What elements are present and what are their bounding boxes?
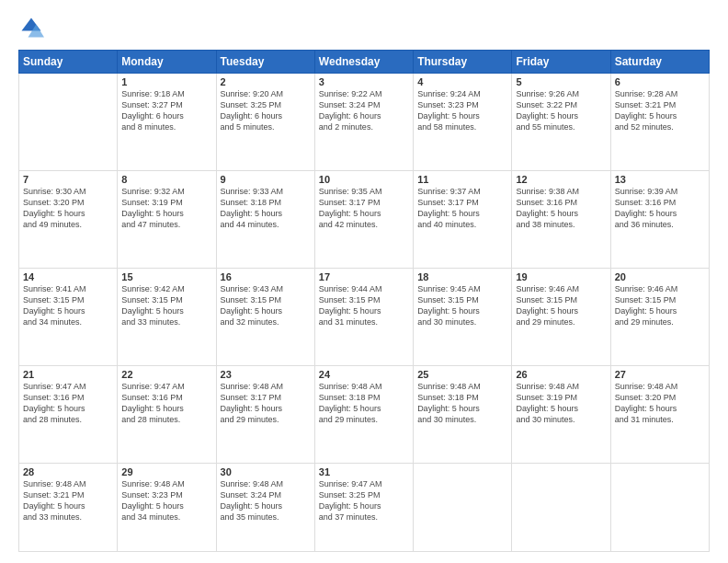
day-info: Sunrise: 9:47 AM Sunset: 3:16 PM Dayligh… <box>23 381 113 426</box>
calendar-cell: 26Sunrise: 9:48 AM Sunset: 3:19 PM Dayli… <box>512 365 610 463</box>
weekday-header: Saturday <box>610 51 709 74</box>
day-number: 26 <box>516 369 606 380</box>
day-info: Sunrise: 9:46 AM Sunset: 3:15 PM Dayligh… <box>615 283 705 328</box>
day-info: Sunrise: 9:24 AM Sunset: 3:23 PM Dayligh… <box>417 88 507 133</box>
day-number: 18 <box>417 271 507 282</box>
day-number: 27 <box>615 369 705 380</box>
day-info: Sunrise: 9:30 AM Sunset: 3:20 PM Dayligh… <box>23 186 113 231</box>
header <box>18 15 710 40</box>
calendar-cell: 28Sunrise: 9:48 AM Sunset: 3:21 PM Dayli… <box>19 463 118 551</box>
day-number: 29 <box>121 466 211 477</box>
calendar-cell <box>414 463 512 551</box>
day-info: Sunrise: 9:47 AM Sunset: 3:16 PM Dayligh… <box>121 381 211 426</box>
calendar-cell <box>512 463 610 551</box>
calendar-table: SundayMondayTuesdayWednesdayThursdayFrid… <box>18 50 710 552</box>
calendar-cell: 4Sunrise: 9:24 AM Sunset: 3:23 PM Daylig… <box>414 74 512 171</box>
day-info: Sunrise: 9:48 AM Sunset: 3:23 PM Dayligh… <box>121 478 211 523</box>
day-info: Sunrise: 9:33 AM Sunset: 3:18 PM Dayligh… <box>221 186 311 231</box>
calendar-cell: 24Sunrise: 9:48 AM Sunset: 3:18 PM Dayli… <box>314 365 413 463</box>
calendar-cell: 9Sunrise: 9:33 AM Sunset: 3:18 PM Daylig… <box>216 170 314 268</box>
day-number: 24 <box>319 369 409 380</box>
day-info: Sunrise: 9:38 AM Sunset: 3:16 PM Dayligh… <box>516 186 606 231</box>
calendar-cell: 19Sunrise: 9:46 AM Sunset: 3:15 PM Dayli… <box>512 268 610 365</box>
day-number: 20 <box>615 271 705 282</box>
page: SundayMondayTuesdayWednesdayThursdayFrid… <box>0 0 728 563</box>
day-info: Sunrise: 9:26 AM Sunset: 3:22 PM Dayligh… <box>516 88 606 133</box>
day-number: 1 <box>121 76 211 87</box>
day-number: 6 <box>615 76 705 87</box>
day-info: Sunrise: 9:48 AM Sunset: 3:18 PM Dayligh… <box>417 381 507 426</box>
day-number: 14 <box>23 271 113 282</box>
logo <box>18 15 48 40</box>
calendar-cell: 15Sunrise: 9:42 AM Sunset: 3:15 PM Dayli… <box>118 268 216 365</box>
calendar-cell: 11Sunrise: 9:37 AM Sunset: 3:17 PM Dayli… <box>414 170 512 268</box>
day-number: 30 <box>221 466 311 477</box>
day-info: Sunrise: 9:45 AM Sunset: 3:15 PM Dayligh… <box>417 283 507 328</box>
day-info: Sunrise: 9:37 AM Sunset: 3:17 PM Dayligh… <box>417 186 507 231</box>
calendar-cell: 2Sunrise: 9:20 AM Sunset: 3:25 PM Daylig… <box>216 74 314 171</box>
calendar-week-row: 28Sunrise: 9:48 AM Sunset: 3:21 PM Dayli… <box>19 463 710 551</box>
calendar-cell: 1Sunrise: 9:18 AM Sunset: 3:27 PM Daylig… <box>118 74 216 171</box>
day-number: 25 <box>417 369 507 380</box>
day-info: Sunrise: 9:48 AM Sunset: 3:24 PM Dayligh… <box>221 478 311 523</box>
day-info: Sunrise: 9:48 AM Sunset: 3:20 PM Dayligh… <box>615 381 705 426</box>
calendar-cell: 22Sunrise: 9:47 AM Sunset: 3:16 PM Dayli… <box>118 365 216 463</box>
calendar-cell: 27Sunrise: 9:48 AM Sunset: 3:20 PM Dayli… <box>610 365 709 463</box>
day-info: Sunrise: 9:18 AM Sunset: 3:27 PM Dayligh… <box>121 88 211 133</box>
day-info: Sunrise: 9:47 AM Sunset: 3:25 PM Dayligh… <box>319 478 409 523</box>
day-info: Sunrise: 9:42 AM Sunset: 3:15 PM Dayligh… <box>121 283 211 328</box>
calendar-cell: 3Sunrise: 9:22 AM Sunset: 3:24 PM Daylig… <box>314 74 413 171</box>
calendar-cell: 16Sunrise: 9:43 AM Sunset: 3:15 PM Dayli… <box>216 268 314 365</box>
calendar-week-row: 21Sunrise: 9:47 AM Sunset: 3:16 PM Dayli… <box>19 365 710 463</box>
day-info: Sunrise: 9:39 AM Sunset: 3:16 PM Dayligh… <box>615 186 705 231</box>
day-number: 17 <box>319 271 409 282</box>
day-info: Sunrise: 9:22 AM Sunset: 3:24 PM Dayligh… <box>319 88 409 133</box>
day-number: 22 <box>121 369 211 380</box>
calendar-cell <box>610 463 709 551</box>
calendar-cell: 18Sunrise: 9:45 AM Sunset: 3:15 PM Dayli… <box>414 268 512 365</box>
day-number: 13 <box>615 174 705 185</box>
day-number: 2 <box>221 76 311 87</box>
calendar-cell: 6Sunrise: 9:28 AM Sunset: 3:21 PM Daylig… <box>610 74 709 171</box>
calendar-cell: 23Sunrise: 9:48 AM Sunset: 3:17 PM Dayli… <box>216 365 314 463</box>
calendar-week-row: 1Sunrise: 9:18 AM Sunset: 3:27 PM Daylig… <box>19 74 710 171</box>
day-number: 31 <box>319 466 409 477</box>
day-number: 9 <box>221 174 311 185</box>
calendar-cell: 13Sunrise: 9:39 AM Sunset: 3:16 PM Dayli… <box>610 170 709 268</box>
day-info: Sunrise: 9:48 AM Sunset: 3:18 PM Dayligh… <box>319 381 409 426</box>
weekday-header: Tuesday <box>216 51 314 74</box>
day-info: Sunrise: 9:43 AM Sunset: 3:15 PM Dayligh… <box>221 283 311 328</box>
day-number: 11 <box>417 174 507 185</box>
day-number: 12 <box>516 174 606 185</box>
day-number: 19 <box>516 271 606 282</box>
day-number: 10 <box>319 174 409 185</box>
calendar-cell: 20Sunrise: 9:46 AM Sunset: 3:15 PM Dayli… <box>610 268 709 365</box>
calendar-week-row: 14Sunrise: 9:41 AM Sunset: 3:15 PM Dayli… <box>19 268 710 365</box>
logo-icon <box>18 15 44 40</box>
day-number: 3 <box>319 76 409 87</box>
calendar-cell: 21Sunrise: 9:47 AM Sunset: 3:16 PM Dayli… <box>19 365 118 463</box>
weekday-header: Thursday <box>414 51 512 74</box>
calendar-cell: 5Sunrise: 9:26 AM Sunset: 3:22 PM Daylig… <box>512 74 610 171</box>
calendar-cell: 29Sunrise: 9:48 AM Sunset: 3:23 PM Dayli… <box>118 463 216 551</box>
day-info: Sunrise: 9:32 AM Sunset: 3:19 PM Dayligh… <box>121 186 211 231</box>
weekday-header: Friday <box>512 51 610 74</box>
day-info: Sunrise: 9:35 AM Sunset: 3:17 PM Dayligh… <box>319 186 409 231</box>
weekday-header: Wednesday <box>314 51 413 74</box>
calendar-week-row: 7Sunrise: 9:30 AM Sunset: 3:20 PM Daylig… <box>19 170 710 268</box>
calendar-cell: 17Sunrise: 9:44 AM Sunset: 3:15 PM Dayli… <box>314 268 413 365</box>
day-info: Sunrise: 9:41 AM Sunset: 3:15 PM Dayligh… <box>23 283 113 328</box>
day-info: Sunrise: 9:44 AM Sunset: 3:15 PM Dayligh… <box>319 283 409 328</box>
day-number: 16 <box>221 271 311 282</box>
day-number: 7 <box>23 174 113 185</box>
day-number: 23 <box>221 369 311 380</box>
calendar-cell: 10Sunrise: 9:35 AM Sunset: 3:17 PM Dayli… <box>314 170 413 268</box>
calendar-cell <box>19 74 118 171</box>
calendar-cell: 25Sunrise: 9:48 AM Sunset: 3:18 PM Dayli… <box>414 365 512 463</box>
weekday-header: Monday <box>118 51 216 74</box>
day-info: Sunrise: 9:46 AM Sunset: 3:15 PM Dayligh… <box>516 283 606 328</box>
day-number: 21 <box>23 369 113 380</box>
day-info: Sunrise: 9:48 AM Sunset: 3:21 PM Dayligh… <box>23 478 113 523</box>
day-info: Sunrise: 9:20 AM Sunset: 3:25 PM Dayligh… <box>221 88 311 133</box>
day-info: Sunrise: 9:48 AM Sunset: 3:17 PM Dayligh… <box>221 381 311 426</box>
